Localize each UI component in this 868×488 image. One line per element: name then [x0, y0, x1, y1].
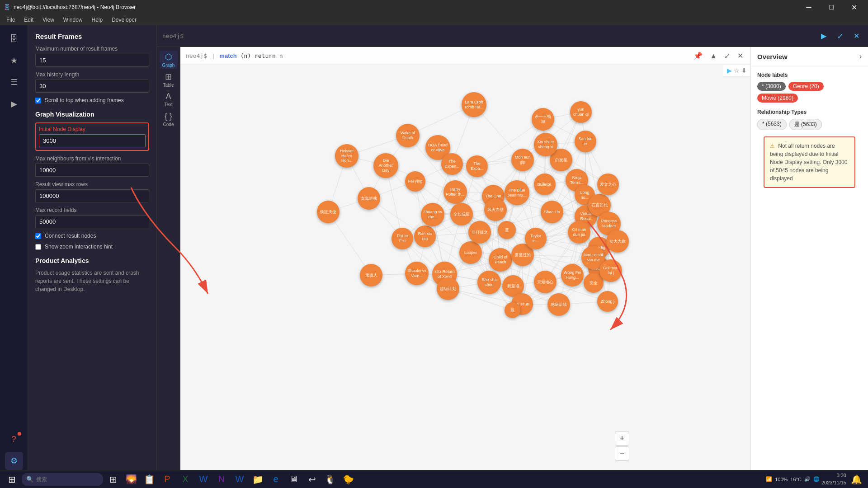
- max-neighbours-input[interactable]: [35, 164, 149, 177]
- menu-developer[interactable]: Developer: [107, 14, 141, 25]
- graph-node[interactable]: Wong Fei Hung...: [561, 264, 584, 286]
- bookmark-result-btn[interactable]: ☆: [734, 67, 740, 74]
- taskview-btn[interactable]: ⊞: [105, 471, 121, 488]
- rel-tag-shi[interactable]: 是 (5633): [789, 119, 822, 130]
- close-result-button[interactable]: ✕: [736, 51, 745, 61]
- graph-node[interactable]: 鬼魂人: [360, 264, 382, 286]
- graph-node[interactable]: 爱文之心: [597, 174, 619, 195]
- zoom-out-button[interactable]: −: [615, 446, 629, 461]
- expand-query-button[interactable]: ⤢: [834, 30, 846, 42]
- text-view-btn[interactable]: A Text: [160, 90, 178, 108]
- tag-genre[interactable]: Genre (20): [788, 82, 824, 91]
- graph-node[interactable]: Moh sun gip: [511, 149, 534, 171]
- taskbar-word2[interactable]: W: [231, 471, 248, 488]
- taskbar-app6[interactable]: 🐤: [340, 471, 356, 488]
- sidebar-play-btn[interactable]: ▶: [5, 95, 23, 113]
- zoom-in-button[interactable]: +: [615, 431, 629, 446]
- taskbar-onenote[interactable]: N: [213, 471, 230, 488]
- graph-node[interactable]: 女鬼追魂: [358, 187, 380, 210]
- graph-node[interactable]: Heisser Hafen Hon...: [335, 144, 359, 168]
- graph-node[interactable]: Oil man dun jia: [568, 221, 590, 244]
- graph-node[interactable]: Taylor in...: [525, 228, 547, 249]
- graph-node[interactable]: 非打猛之: [468, 221, 491, 244]
- initial-node-input[interactable]: [39, 134, 146, 147]
- taskbar-app2[interactable]: 📋: [141, 471, 157, 488]
- graph-node[interactable]: Wake of Death: [396, 124, 420, 147]
- graph-node[interactable]: Zhong j: [597, 291, 618, 312]
- maximize-button[interactable]: □: [821, 0, 842, 14]
- graph-node[interactable]: 疯狂天使: [317, 201, 340, 223]
- maximize-result-button[interactable]: ⤢: [722, 51, 732, 61]
- graph-canvas[interactable]: neo4j$ | match (n) return n 📌 ▲ ⤢ ✕ ▶ ☆ …: [180, 47, 750, 470]
- max-frames-input[interactable]: [35, 54, 149, 67]
- graph-node[interactable]: The Expa...: [466, 155, 488, 177]
- graph-node[interactable]: Zhuang vs zhe...: [421, 203, 444, 226]
- taskbar-explorer[interactable]: 📁: [250, 471, 266, 488]
- tag-movie[interactable]: Movie (2980): [757, 94, 798, 103]
- scroll-up-button[interactable]: ▲: [708, 51, 719, 61]
- taskbar-app3[interactable]: 🖥: [286, 471, 302, 488]
- graph-node[interactable]: Shaolin vs Vam...: [405, 262, 429, 285]
- code-view-btn[interactable]: { } Code: [160, 110, 178, 128]
- graph-node[interactable]: Fist to Fist: [392, 228, 413, 249]
- graph-node[interactable]: Ran xia ren: [414, 225, 436, 247]
- scroll-checkbox[interactable]: [35, 98, 41, 103]
- sidebar-database-btn[interactable]: 🗄: [5, 30, 23, 48]
- graph-node[interactable]: 超级计划: [437, 277, 459, 300]
- graph-node[interactable]: Looper: [459, 241, 482, 264]
- sidebar-list-btn[interactable]: ☰: [5, 73, 23, 91]
- graph-node[interactable]: Gui mon lai j: [599, 259, 622, 282]
- sidebar-help-btn[interactable]: ?: [5, 430, 23, 448]
- graph-node[interactable]: The Expen...: [441, 153, 463, 175]
- connect-nodes-checkbox[interactable]: [35, 233, 41, 239]
- taskbar-excel[interactable]: X: [177, 471, 193, 488]
- max-history-input[interactable]: [35, 80, 149, 93]
- close-button[interactable]: ✕: [844, 0, 864, 14]
- graph-node[interactable]: Xin shi er sheng xi: [534, 133, 557, 156]
- menu-view[interactable]: View: [38, 14, 59, 25]
- graph-node[interactable]: 感病后续: [547, 293, 570, 316]
- menu-help[interactable]: Help: [87, 14, 108, 25]
- taskbar-word[interactable]: W: [195, 471, 212, 488]
- sidebar-settings-btn[interactable]: ⚙: [5, 452, 23, 470]
- tag-all[interactable]: * (3000): [757, 82, 786, 91]
- graph-node[interactable]: Lara Croft Tomb Ra...: [462, 92, 486, 117]
- menu-file[interactable]: File: [2, 14, 19, 25]
- graph-node[interactable]: Shao Lin: [541, 201, 563, 223]
- taskbar-powerpoint[interactable]: P: [159, 471, 175, 488]
- menu-window[interactable]: Window: [59, 14, 87, 25]
- run-query-button[interactable]: ▶: [817, 30, 830, 42]
- graph-node[interactable]: Bulletpr.: [534, 174, 556, 195]
- graph-node[interactable]: Die Another Day: [373, 153, 398, 178]
- graph-node[interactable]: Harry Potter th...: [443, 180, 467, 204]
- graph-node[interactable]: 董: [498, 221, 516, 239]
- pin-button[interactable]: 📌: [692, 51, 704, 61]
- rel-tag-all[interactable]: * (5633): [757, 119, 787, 130]
- graph-view-btn[interactable]: ⬡ Graph: [160, 51, 178, 69]
- graph-node[interactable]: San tou er: [575, 131, 596, 152]
- result-view-input[interactable]: [35, 189, 149, 202]
- query-input[interactable]: [187, 33, 814, 39]
- graph-node[interactable]: Fei ying: [405, 171, 425, 192]
- play-result-btn[interactable]: ▶: [727, 67, 732, 74]
- graph-node[interactable]: 余一三顿城: [532, 108, 554, 131]
- table-view-btn[interactable]: ⊞ Table: [160, 70, 178, 89]
- graph-node[interactable]: 风火赤壁: [484, 198, 507, 221]
- taskbar-edge[interactable]: e: [268, 471, 284, 488]
- graph-node[interactable]: 全如成龍: [450, 203, 473, 225]
- graph-node[interactable]: The Blue Jean Mo...: [505, 180, 529, 205]
- taskbar-app4[interactable]: ↩: [304, 471, 320, 488]
- graph-node[interactable]: yun chuan qi: [570, 101, 592, 123]
- notification-btn[interactable]: 🔔: [848, 471, 864, 488]
- start-button[interactable]: ⊞: [4, 471, 20, 488]
- taskbar-search-input[interactable]: [36, 476, 99, 483]
- show-zoom-checkbox[interactable]: [35, 244, 41, 250]
- graph-node[interactable]: 功大大旗: [606, 230, 629, 253]
- taskbar-app1[interactable]: 🌄: [123, 471, 139, 488]
- graph-node[interactable]: She sha shou: [477, 271, 501, 294]
- graph-node[interactable]: 天知地心: [534, 271, 557, 293]
- max-record-input[interactable]: [35, 215, 149, 228]
- taskbar-search-box[interactable]: 🔍: [22, 473, 103, 486]
- sidebar-star-btn[interactable]: ★: [5, 52, 23, 70]
- overview-expand-btn[interactable]: ›: [859, 52, 862, 61]
